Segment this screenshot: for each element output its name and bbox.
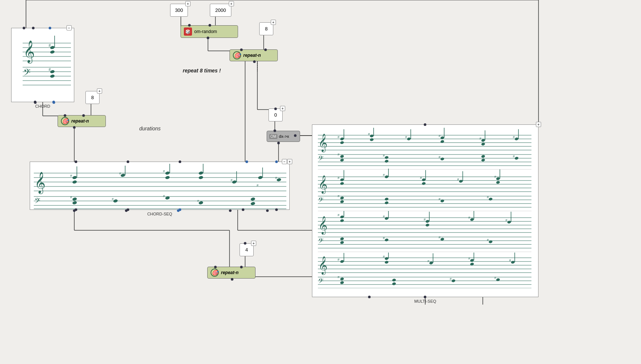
svg-point-226 bbox=[384, 260, 388, 264]
num-8-chord-plus[interactable]: + bbox=[97, 88, 102, 94]
multi-seq-label: MULTI-SEQ bbox=[414, 299, 436, 303]
number-300[interactable]: + 300 bbox=[170, 4, 188, 17]
svg-point-193 bbox=[425, 223, 429, 227]
svg-text:#: # bbox=[112, 197, 114, 201]
svg-point-245 bbox=[340, 281, 344, 284]
repeat-n-bottom[interactable]: 🎯 repeat-n bbox=[207, 267, 256, 279]
chord-seq-box[interactable]: + − 𝄞 # # # # bbox=[30, 162, 290, 210]
svg-text:#: # bbox=[468, 216, 470, 220]
svg-text:#: # bbox=[368, 132, 370, 136]
svg-text:#: # bbox=[439, 134, 440, 138]
chord-staff: 𝄞 # 𝄢 # bbox=[12, 28, 75, 91]
number-8-top[interactable]: + 8 bbox=[259, 22, 273, 35]
svg-text:#: # bbox=[457, 178, 459, 181]
svg-text:#: # bbox=[257, 183, 258, 187]
annotation-durations: durations bbox=[139, 126, 161, 131]
svg-text:#: # bbox=[338, 135, 339, 139]
repeat-n-chord[interactable]: 🎯 repeat-n bbox=[58, 115, 106, 127]
om-random-box[interactable]: 🎲 om-random bbox=[180, 25, 238, 38]
svg-text:#: # bbox=[439, 155, 440, 159]
svg-text:#: # bbox=[383, 255, 385, 259]
svg-point-154 bbox=[422, 182, 426, 185]
multi-seq-plus[interactable]: + bbox=[536, 122, 541, 127]
chord-seq-bottom-dot-1 bbox=[75, 208, 77, 211]
svg-text:#: # bbox=[383, 154, 385, 157]
svg-point-222 bbox=[340, 260, 344, 263]
svg-point-130 bbox=[384, 156, 388, 159]
svg-point-57 bbox=[72, 180, 77, 184]
number-0[interactable]: + 0 bbox=[269, 108, 283, 121]
number-4[interactable]: + 4 bbox=[240, 243, 254, 256]
svg-text:#: # bbox=[338, 258, 339, 261]
multi-seq-bottom-dot-2 bbox=[424, 296, 426, 298]
svg-point-199 bbox=[507, 220, 511, 224]
svg-point-56 bbox=[72, 176, 77, 180]
svg-point-147 bbox=[340, 182, 344, 185]
svg-point-76 bbox=[276, 178, 282, 182]
chord-seq-plus[interactable]: + bbox=[287, 159, 292, 164]
svg-text:#: # bbox=[424, 218, 426, 221]
svg-text:#: # bbox=[383, 215, 385, 218]
num-4-plus[interactable]: + bbox=[251, 241, 256, 246]
chord-seq-minus[interactable]: − bbox=[282, 159, 287, 164]
chord-label: CHORD bbox=[35, 104, 50, 108]
num-300-plus[interactable]: + bbox=[185, 1, 191, 6]
svg-point-150 bbox=[384, 175, 388, 178]
svg-point-116 bbox=[481, 142, 485, 146]
svg-text:#: # bbox=[231, 178, 232, 182]
svg-point-127 bbox=[340, 155, 344, 158]
repeat-n-chord-label: repeat-n bbox=[71, 118, 89, 124]
num-0-plus[interactable]: + bbox=[280, 106, 285, 111]
svg-text:#: # bbox=[338, 194, 339, 198]
svg-point-128 bbox=[340, 158, 344, 162]
spiral-icon-3: 🎯 bbox=[212, 270, 218, 276]
svg-point-86 bbox=[113, 199, 118, 203]
svg-point-48 bbox=[50, 74, 55, 78]
svg-text:#: # bbox=[420, 176, 422, 180]
svg-point-207 bbox=[340, 237, 344, 240]
chord-seq-bottom-dot-5 bbox=[275, 208, 278, 211]
chord-minus-btn[interactable]: − bbox=[66, 25, 72, 30]
svg-text:#: # bbox=[513, 155, 515, 158]
svg-point-136 bbox=[481, 158, 485, 162]
svg-text:#: # bbox=[468, 257, 470, 260]
svg-text:𝄞: 𝄞 bbox=[318, 134, 328, 153]
number-8-chord[interactable]: + 8 bbox=[85, 91, 100, 104]
om-tag: OM bbox=[269, 134, 277, 139]
chord-seq-top-dot-1 bbox=[75, 160, 77, 163]
svg-text:𝄢: 𝄢 bbox=[318, 277, 323, 286]
svg-text:#: # bbox=[439, 235, 440, 239]
svg-text:#: # bbox=[479, 137, 481, 140]
svg-point-173 bbox=[384, 201, 388, 204]
repeat-n-top-label: repeat-n bbox=[243, 53, 261, 58]
num-8-top-plus[interactable]: + bbox=[271, 20, 276, 25]
svg-text:#: # bbox=[163, 194, 165, 198]
svg-point-249 bbox=[451, 279, 455, 282]
chord-box[interactable]: − + 𝄞 # 𝄢 # CHORD bbox=[11, 28, 74, 102]
svg-point-38 bbox=[50, 50, 55, 54]
svg-point-133 bbox=[440, 157, 444, 160]
dx-x-box[interactable]: OM dx->x bbox=[267, 131, 300, 142]
repeat-n-top[interactable]: 🎯 repeat-n bbox=[230, 49, 278, 61]
svg-point-269 bbox=[277, 142, 280, 144]
number-2000-value: 2000 bbox=[215, 7, 226, 13]
om-random-label: om-random bbox=[194, 29, 217, 34]
svg-text:#: # bbox=[70, 195, 72, 199]
svg-point-160 bbox=[496, 177, 500, 180]
svg-point-208 bbox=[340, 241, 344, 244]
num-2000-plus[interactable]: + bbox=[229, 1, 234, 6]
svg-text:#: # bbox=[405, 135, 407, 139]
svg-text:#: # bbox=[119, 172, 121, 175]
svg-point-101 bbox=[340, 141, 344, 144]
svg-point-236 bbox=[511, 260, 515, 264]
number-2000[interactable]: + 2000 bbox=[210, 4, 231, 17]
svg-text:𝄢: 𝄢 bbox=[35, 197, 40, 207]
chord-top-dot-1 bbox=[23, 27, 25, 29]
svg-text:#: # bbox=[494, 276, 496, 280]
number-8-chord-value: 8 bbox=[91, 95, 94, 100]
svg-point-108 bbox=[407, 137, 411, 140]
multi-seq-box[interactable]: + 𝄞 # # # # # # bbox=[312, 124, 538, 297]
svg-point-186 bbox=[340, 215, 344, 218]
number-300-value: 300 bbox=[175, 7, 183, 13]
svg-text:#: # bbox=[338, 153, 339, 156]
